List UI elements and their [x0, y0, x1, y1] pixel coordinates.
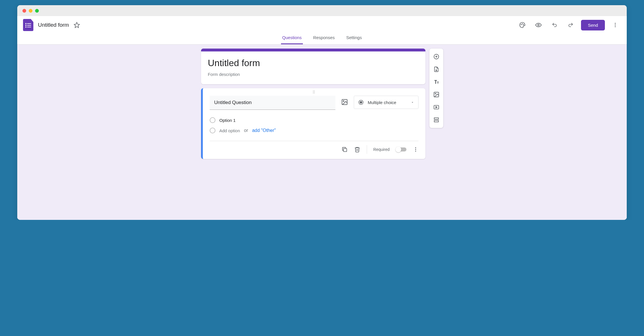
undo-icon[interactable]	[549, 19, 560, 31]
svg-point-7	[615, 26, 616, 27]
svg-point-14	[415, 149, 416, 150]
svg-marker-0	[74, 22, 79, 28]
preview-eye-icon[interactable]	[533, 19, 544, 31]
add-video-icon[interactable]	[431, 101, 442, 113]
divider	[367, 145, 367, 154]
add-section-icon[interactable]	[431, 114, 442, 126]
import-questions-icon[interactable]	[431, 64, 442, 75]
required-label: Required	[373, 147, 390, 152]
tab-settings[interactable]: Settings	[345, 32, 363, 44]
svg-marker-20	[436, 106, 437, 108]
add-image-icon[interactable]	[341, 99, 348, 105]
browser-window: Untitled form Send Questions	[17, 5, 627, 220]
send-button[interactable]: Send	[581, 20, 605, 30]
main-tabs: Questions Responses Settings	[17, 32, 627, 45]
duplicate-icon[interactable]	[341, 146, 348, 153]
svg-point-11	[360, 101, 362, 103]
tab-questions[interactable]: Questions	[281, 32, 303, 44]
svg-point-9	[343, 101, 344, 101]
add-title-icon[interactable]	[431, 76, 442, 88]
radio-empty-icon	[210, 128, 215, 133]
form-header-card[interactable]: Untitled form Form description	[201, 49, 425, 84]
window-close-dot[interactable]	[22, 9, 26, 13]
question-footer: Required	[210, 141, 418, 159]
side-toolbar	[429, 49, 443, 128]
or-text: or	[244, 128, 248, 133]
drag-handle-icon[interactable]: ⠿	[210, 88, 418, 96]
svg-point-18	[435, 93, 436, 94]
svg-point-5	[615, 23, 616, 24]
palette-icon[interactable]	[517, 19, 528, 31]
forms-app: Untitled form Send Questions	[17, 16, 627, 220]
form-column: Untitled form Form description ⠿ Multipl…	[201, 49, 425, 163]
document-title[interactable]: Untitled form	[38, 22, 69, 28]
add-other-link[interactable]: add "Other"	[252, 128, 276, 133]
svg-rect-21	[434, 118, 438, 120]
question-top-row: Multiple choice	[210, 96, 418, 115]
svg-point-1	[521, 24, 521, 25]
forms-logo-icon[interactable]	[23, 19, 33, 31]
svg-point-4	[538, 24, 539, 26]
delete-icon[interactable]	[354, 146, 360, 153]
question-title-input[interactable]	[210, 96, 335, 110]
add-image-icon[interactable]	[431, 89, 442, 100]
app-topbar: Untitled form Send	[17, 16, 627, 32]
window-title-bar	[17, 5, 627, 16]
add-option-row: Add option or add "Other"	[210, 125, 418, 136]
svg-point-3	[523, 24, 524, 25]
svg-point-2	[522, 24, 523, 24]
radio-checked-icon	[358, 99, 364, 105]
radio-empty-icon	[210, 117, 215, 123]
option-1-text[interactable]: Option 1	[219, 118, 236, 123]
chevron-down-icon	[411, 101, 414, 104]
svg-point-13	[415, 147, 416, 148]
option-row-1[interactable]: Option 1	[210, 115, 418, 125]
svg-rect-22	[434, 120, 438, 122]
tab-responses[interactable]: Responses	[312, 32, 336, 44]
redo-icon[interactable]	[565, 19, 576, 31]
question-card[interactable]: ⠿ Multiple choice	[201, 88, 425, 159]
add-question-icon[interactable]	[431, 51, 442, 62]
window-maximize-dot[interactable]	[35, 9, 39, 13]
svg-rect-12	[343, 148, 347, 151]
svg-point-6	[615, 24, 616, 25]
question-more-icon[interactable]	[413, 147, 418, 152]
svg-point-15	[415, 151, 416, 151]
star-icon[interactable]	[74, 22, 80, 28]
form-description-input[interactable]: Form description	[208, 72, 418, 77]
question-type-select[interactable]: Multiple choice	[354, 96, 418, 109]
window-minimize-dot[interactable]	[29, 9, 33, 13]
form-canvas: Untitled form Form description ⠿ Multipl…	[17, 45, 627, 220]
more-vert-icon[interactable]	[609, 19, 621, 31]
question-type-label: Multiple choice	[368, 100, 396, 105]
required-toggle[interactable]	[396, 147, 406, 151]
add-option-placeholder[interactable]: Add option	[219, 128, 240, 133]
form-title-input[interactable]: Untitled form	[208, 58, 418, 68]
